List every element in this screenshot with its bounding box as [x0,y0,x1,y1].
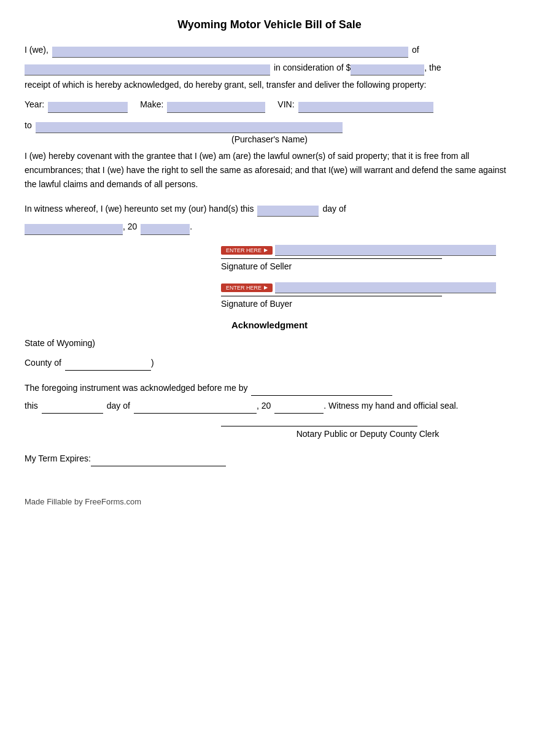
month-2-field[interactable] [134,403,257,414]
day-field[interactable] [257,206,319,217]
acknowledgment-title: Acknowledgment [25,320,514,330]
day-of-2-label: day of [107,398,130,414]
seller-sig-field[interactable] [275,245,496,256]
my-term-label: My Term Expires: [25,451,91,466]
of-label: of [412,42,419,58]
comma-20-label: , 20 [123,219,137,234]
witness-seal-label: . Witness my hand and official seal. [324,398,458,414]
sig-seller-label: Signature of Seller [221,261,292,271]
buyer-enter-here-btn[interactable]: ENTER HERE [221,284,273,292]
seller-row: I (we), of [25,42,514,58]
seller-name-field[interactable] [52,47,408,58]
vehicle-info-row: Year: Make: VIN: [25,97,514,112]
seller-enter-here-btn[interactable]: ENTER HERE [221,246,273,255]
county-paren: ) [151,355,154,371]
this-day-row: this day of , 20 . Witness my hand and o… [25,398,514,414]
year-field[interactable] [48,102,128,113]
term-expires-field[interactable] [91,455,226,466]
county-row: County of ) [25,355,514,371]
make-field[interactable] [167,102,265,113]
buyer-sig-field[interactable] [275,282,496,293]
page-title: Wyoming Motor Vehicle Bill of Sale [25,18,514,31]
seller-arrow-row: ENTER HERE [221,245,496,256]
purchaser-name-field[interactable] [36,122,343,133]
purchasers-name-label: (Purchaser's Name) [25,134,514,144]
notary-block: Notary Public or Deputy County Clerk [221,426,514,439]
buyer-arrow-row: ENTER HERE [221,282,496,293]
the-label: , the [424,60,441,75]
this-day-field[interactable] [42,403,103,414]
foregoing-row: The foregoing instrument was acknowledge… [25,380,514,396]
amount-field[interactable] [351,64,424,75]
make-label: Make: [140,97,163,112]
term-row: My Term Expires: [25,451,514,466]
seller-signature-block: ENTER HERE Signature of Seller [221,245,514,271]
county-field[interactable] [65,360,151,371]
sig-buyer-label: Signature of Buyer [221,299,292,309]
day-of-label: day of [322,201,346,217]
this-label: this [25,398,38,414]
witness-row: In witness whereof, I (we) hereunto set … [25,201,514,217]
footer: Made Fillable by FreeForms.com [25,497,514,506]
year-suffix-field[interactable] [141,224,190,235]
vin-label: VIN: [277,97,294,112]
vin-field[interactable] [298,102,433,113]
period-label: . [190,219,192,234]
foregoing-label: The foregoing instrument was acknowledge… [25,380,247,396]
county-label: County of [25,355,61,371]
year-20-suffix-field[interactable] [274,403,324,414]
i-we-label: I (we), [25,42,48,58]
comma-20-2-label: , 20 [257,398,271,414]
receipt-text: receipt of which is hereby acknowledged,… [25,78,514,92]
month-field[interactable] [25,224,123,235]
address-consideration-row: in consideration of $ , the [25,60,514,75]
acknowledged-by-field[interactable] [251,385,392,396]
covenant-text: I (we) hereby covenant with the grantee … [25,149,514,191]
year-label: Year: [25,97,44,112]
month-year-row: , 20 . [25,219,514,234]
notary-line [221,426,417,426]
notary-label: Notary Public or Deputy County Clerk [221,429,514,439]
buyer-signature-block: ENTER HERE Signature of Buyer [221,282,514,309]
purchaser-row: to [25,118,514,133]
in-consideration-label: in consideration of $ [274,60,351,75]
state-line: State of Wyoming) [25,336,514,350]
to-label: to [25,118,32,133]
seller-address-field[interactable] [25,64,270,75]
witness-label: In witness whereof, I (we) hereunto set … [25,201,254,217]
